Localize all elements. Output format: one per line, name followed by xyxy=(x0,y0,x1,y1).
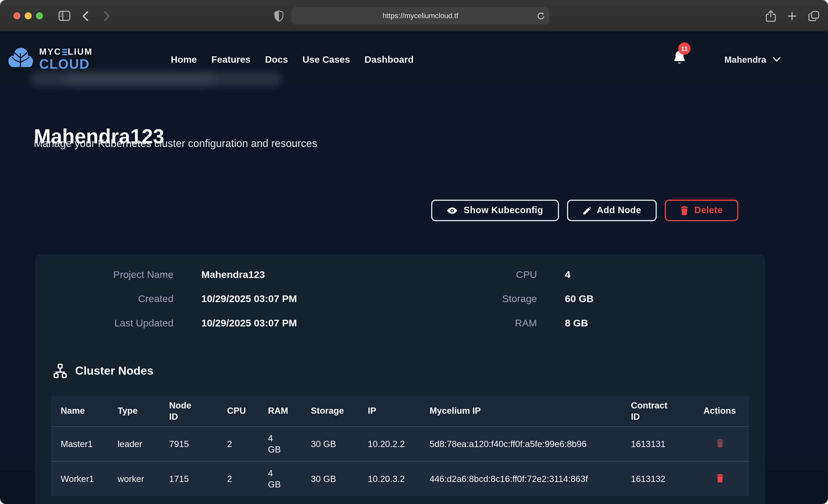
cell-contract-id: 1613132 xyxy=(621,473,694,485)
cell-storage: 30 GB xyxy=(301,473,358,485)
storage-value: 60 GB xyxy=(565,293,593,305)
brand-logo[interactable]: MYCLIUM CLOUD xyxy=(8,46,93,72)
sidebar-toggle-icon[interactable] xyxy=(57,0,72,32)
cell-type: worker xyxy=(108,473,160,485)
col-ip: IP xyxy=(358,405,420,417)
col-mycelium-ip: Mycelium IP xyxy=(420,405,621,417)
browser-window: https://myceliumcloud.tf Mahendr xyxy=(0,0,828,504)
notification-count-badge: 11 xyxy=(678,42,691,55)
cluster-actions: Show Kubeconfig Add Node Delete xyxy=(431,200,738,221)
show-kubeconfig-button[interactable]: Show Kubeconfig xyxy=(431,200,558,221)
delete-node-button[interactable] xyxy=(703,437,724,449)
tab-overview-icon[interactable] xyxy=(808,10,820,22)
cell-contract-id: 1613131 xyxy=(621,438,694,450)
cell-mycelium-ip: 446:d2a6:8bcd:8c16:ff0f:72e2:3114:863f xyxy=(420,473,621,485)
trash-icon xyxy=(716,473,724,482)
col-node-id: Node ID xyxy=(160,400,217,422)
shield-icon[interactable] xyxy=(273,0,285,32)
cell-name: Worker1 xyxy=(51,473,108,485)
ram-value: 8 GB xyxy=(565,317,588,329)
cell-cpu: 2 xyxy=(217,438,258,450)
storage-label: Storage xyxy=(416,293,537,305)
col-storage: Storage xyxy=(301,405,358,417)
mycelium-cloud-logo-icon xyxy=(8,46,35,72)
nodes-table: Name Type Node ID CPU RAM Storage IP Myc… xyxy=(51,395,749,496)
nav-link-docs[interactable]: Docs xyxy=(265,54,288,65)
col-contract-id: Contract ID xyxy=(621,400,694,422)
cpu-value: 4 xyxy=(565,269,570,281)
nav-link-features[interactable]: Features xyxy=(211,54,250,65)
last-updated-label: Last Updated xyxy=(35,317,173,329)
cell-type: leader xyxy=(108,438,160,450)
forward-chevron-icon[interactable] xyxy=(101,0,113,32)
new-tab-plus-icon[interactable] xyxy=(787,11,797,21)
notifications-button[interactable]: 11 xyxy=(672,49,688,71)
created-label: Created xyxy=(35,293,173,305)
back-chevron-icon[interactable] xyxy=(80,0,91,32)
col-actions: Actions xyxy=(694,405,749,417)
cell-ram: 4 GB xyxy=(258,467,301,490)
brand-e-icon xyxy=(62,48,67,55)
nav-link-use-cases[interactable]: Use Cases xyxy=(302,54,350,65)
close-window-button[interactable] xyxy=(13,12,20,19)
page-subtitle: Manage your Kubernetes cluster configura… xyxy=(34,137,317,150)
nodes-table-header: Name Type Node ID CPU RAM Storage IP Myc… xyxy=(51,395,749,426)
cell-cpu: 2 xyxy=(217,473,258,485)
toolbar-right xyxy=(766,0,820,32)
minimize-window-button[interactable] xyxy=(25,12,32,19)
cell-storage: 30 GB xyxy=(301,438,358,450)
col-cpu: CPU xyxy=(217,405,258,417)
overview-right-column: CPU4 Storage60 GB RAM8 GB xyxy=(416,269,593,329)
table-row: Master1 leader 7915 2 4 GB 30 GB 10.20.2… xyxy=(51,426,749,461)
url-text: https://myceliumcloud.tf xyxy=(383,12,458,20)
col-type: Type xyxy=(108,405,160,417)
trash-icon xyxy=(680,206,689,215)
cluster-nodes-title: Cluster Nodes xyxy=(75,364,154,377)
cell-node-id: 7915 xyxy=(160,438,217,450)
page-viewport: Mahendra123 Manage your Kubernetes clust… xyxy=(0,32,828,504)
project-name-label: Project Name xyxy=(35,269,173,281)
delete-cluster-button[interactable]: Delete xyxy=(665,200,738,221)
cpu-label: CPU xyxy=(416,269,537,281)
cell-ip: 10.20.3.2 xyxy=(358,473,420,485)
pencil-icon xyxy=(582,206,591,215)
eye-icon xyxy=(447,206,458,214)
user-menu[interactable]: Mahendra xyxy=(724,32,781,87)
chevron-down-icon xyxy=(773,57,781,62)
cell-node-id: 1715 xyxy=(160,473,217,485)
nav-link-dashboard[interactable]: Dashboard xyxy=(365,54,414,65)
delete-node-button[interactable] xyxy=(703,472,724,484)
browser-toolbar: https://myceliumcloud.tf xyxy=(0,0,828,32)
cluster-overview-card: Project NameMahendra123 Created10/29/202… xyxy=(35,255,765,504)
ram-label: RAM xyxy=(416,317,537,329)
add-node-button[interactable]: Add Node xyxy=(567,200,657,221)
project-name-value: Mahendra123 xyxy=(201,269,265,281)
brand-wordmark: MYCLIUM CLOUD xyxy=(39,47,93,71)
reload-icon[interactable] xyxy=(537,7,545,25)
url-bar[interactable]: https://myceliumcloud.tf xyxy=(292,7,549,25)
table-row: Worker1 worker 1715 2 4 GB 30 GB 10.20.3… xyxy=(51,461,749,496)
overview-left-column: Project NameMahendra123 Created10/29/202… xyxy=(35,269,297,329)
trash-icon xyxy=(716,438,724,448)
network-nodes-icon xyxy=(53,364,68,378)
cell-ip: 10.20.2.2 xyxy=(358,438,420,450)
cell-mycelium-ip: 5d8:78ea:a120:f40c:ff0f:a5fe:99e6:8b96 xyxy=(420,438,621,450)
nav-link-home[interactable]: Home xyxy=(171,54,197,65)
zoom-window-button[interactable] xyxy=(36,12,43,19)
col-name: Name xyxy=(51,405,108,417)
cell-ram: 4 GB xyxy=(258,432,301,455)
screen: https://myceliumcloud.tf Mahendr xyxy=(0,0,828,504)
created-value: 10/29/2025 03:07 PM xyxy=(201,293,297,305)
share-icon[interactable] xyxy=(766,9,776,22)
cluster-nodes-header: Cluster Nodes xyxy=(53,364,154,378)
col-ram: RAM xyxy=(258,405,301,417)
site-nav: MYCLIUM CLOUD Home Features Docs Use Cas… xyxy=(0,32,828,87)
last-updated-value: 10/29/2025 03:07 PM xyxy=(201,317,297,329)
nav-links: Home Features Docs Use Cases Dashboard xyxy=(171,32,414,87)
user-name: Mahendra xyxy=(724,54,766,65)
cell-name: Master1 xyxy=(51,438,108,450)
